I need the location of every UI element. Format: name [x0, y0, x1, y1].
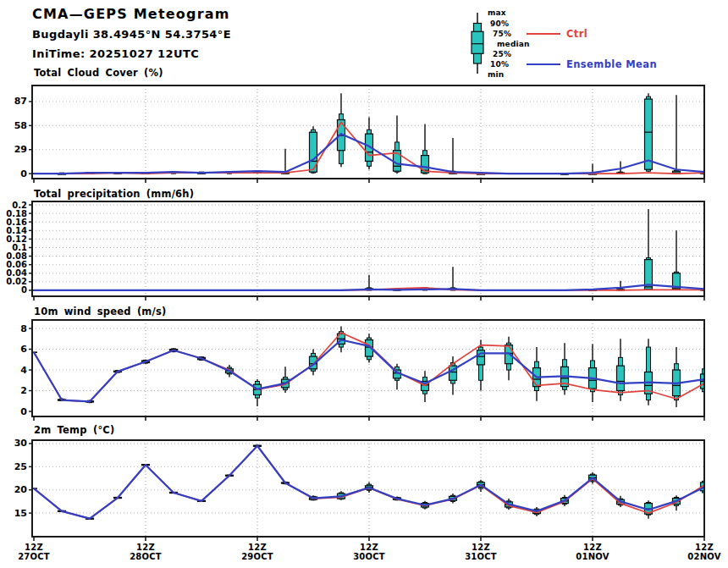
x-tick-time: 12Z	[25, 543, 43, 552]
legend-p25-label: 25%	[493, 50, 511, 58]
x-tick-label: 12Z27OCT	[10, 543, 58, 561]
x-tick-time: 12Z	[248, 543, 267, 552]
location-label: Bugdayli 38.4945°N 54.3754°E	[32, 28, 231, 41]
x-tick-time: 12Z	[360, 543, 378, 552]
legend-median-label: median	[497, 40, 530, 48]
x-tick-label: 12Z30OCT	[345, 543, 393, 561]
x-tick-time: 12Z	[583, 543, 602, 552]
legend-p10-label: 10%	[490, 60, 509, 69]
x-tick-date: 29OCT	[241, 552, 273, 561]
x-tick-label: 12Z31OCT	[457, 543, 505, 561]
legend-p75-label: 75%	[493, 30, 511, 38]
y-tick-label: 0	[21, 285, 27, 295]
x-tick-label: 12Z01NOV	[569, 543, 616, 561]
x-tick-date: 31OCT	[465, 552, 497, 561]
x-tick-label: 12Z29OCT	[234, 543, 281, 561]
y-tick-label: 87	[14, 96, 27, 107]
legend-p90-label: 90%	[490, 19, 509, 28]
cloud-cover-panel-title: Total Cloud Cover (%)	[34, 67, 163, 79]
ensemble-mean-legend-label: Ensemble Mean	[566, 58, 657, 70]
y-tick-label: 58	[14, 120, 27, 131]
y-tick-label: 2	[20, 385, 27, 396]
x-tick-time: 12Z	[695, 543, 714, 552]
x-tick-label: 12Z02NOV	[681, 543, 728, 561]
ctrl-legend-label: Ctrl	[566, 28, 587, 40]
y-tick-label: 15	[14, 508, 27, 519]
x-tick-date: 28OCT	[130, 552, 162, 561]
x-tick-date: 30OCT	[353, 552, 385, 561]
legend-boxplot-icon	[466, 9, 488, 79]
x-tick-time: 12Z	[136, 543, 155, 552]
x-tick-label: 12Z28OCT	[122, 543, 169, 561]
x-tick-date: 27OCT	[18, 552, 50, 561]
meteogram-page: CMA—GEPS Meteogram Bugdayli 38.4945°N 54…	[0, 0, 728, 568]
y-tick-label: 25	[14, 461, 27, 472]
cloud-cover-plot: 8758290	[0, 79, 728, 187]
y-tick-label: 20	[14, 484, 28, 495]
y-tick-label: 8	[20, 323, 27, 334]
x-tick-date: 01NOV	[576, 552, 609, 561]
y-tick-label: 30	[14, 438, 28, 449]
y-tick-label: 6	[20, 344, 27, 355]
ctrl-line-sample	[527, 33, 560, 35]
y-tick-label: 0	[20, 168, 27, 179]
x-tick-time: 12Z	[472, 543, 490, 552]
temperature-plot: 30252015	[0, 433, 728, 545]
legend-min-label: min	[488, 70, 504, 79]
initime-label: IniTime: 20251027 12UTC	[32, 47, 199, 60]
y-tick-label: 4	[20, 365, 27, 376]
page-title: CMA—GEPS Meteogram	[32, 6, 230, 22]
precipitation-plot: 0.20.180.160.140.120.10.080.060.040.020	[0, 195, 728, 305]
wind-speed-plot: 86420	[0, 313, 728, 425]
x-tick-date: 02NOV	[687, 552, 720, 561]
y-tick-label: 0	[20, 406, 27, 417]
legend-max-label: max	[488, 8, 506, 17]
y-tick-label: 29	[14, 144, 27, 155]
ensemble-mean-line-sample	[527, 63, 560, 65]
